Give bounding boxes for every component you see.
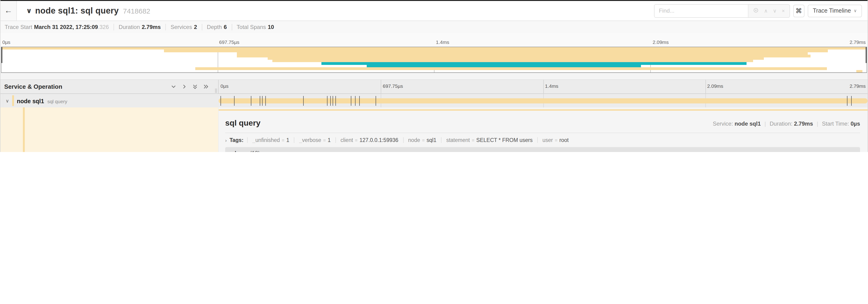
span-tree-cell[interactable]: ∨node sql1sql query xyxy=(0,94,219,107)
trace-info-label: Services xyxy=(170,24,192,30)
span-collapse-icon[interactable]: ∨ xyxy=(6,98,9,103)
tag-key: _unfinished xyxy=(252,137,280,143)
tag-equals: = xyxy=(282,138,284,143)
span-log-tick xyxy=(262,96,262,105)
tag-value: SELECT * FROM users xyxy=(476,137,533,143)
minimap-span-graph[interactable] xyxy=(1,47,867,73)
span-detail-panel: sql queryService: node sql1|Duration: 2.… xyxy=(219,107,868,152)
detail-duration-label: Duration: 2.79ms xyxy=(770,121,813,127)
find-prev-icon[interactable]: ∧ xyxy=(764,8,768,13)
trace-page-header: ← ∨ node sql1: sql query 7418682 ∧ ∨ × ⌘ xyxy=(0,1,868,21)
view-select-button[interactable]: Trace Timeline ∨ xyxy=(808,4,862,17)
tag-key: _verbose xyxy=(299,137,321,143)
tag-key: client xyxy=(341,137,353,143)
trace-info-item: Duration2.79ms xyxy=(114,24,165,30)
service-operation-header: Service & Operation || xyxy=(0,80,219,93)
trace-summary-bar: Trace StartMarch 31 2022, 17:25:09.326Du… xyxy=(0,21,868,33)
span-row[interactable]: ∨node sql1sql query xyxy=(0,94,868,107)
minimap-left-scrubber[interactable] xyxy=(1,47,2,63)
tags-row[interactable]: ›Tags:_unfinished=1_verbose=1client=127.… xyxy=(225,133,860,143)
span-detail-meta: Service: node sql1|Duration: 2.79ms|Star… xyxy=(713,121,860,127)
trace-info-label: Trace Start xyxy=(5,24,32,30)
span-timeline-cell[interactable] xyxy=(219,94,868,107)
trace-info-item: Trace StartMarch 31 2022, 17:25:09.326 xyxy=(5,24,114,30)
tag-equals: = xyxy=(472,138,474,143)
trace-title[interactable]: ∨ node sql1: sql query 7418682 xyxy=(26,6,654,15)
logs-label: Logs xyxy=(235,150,248,152)
minimap-span-bar xyxy=(856,70,862,72)
span-log-tick xyxy=(355,96,355,105)
timeline-column-header: Service & Operation || 0µs697.75µs1.4ms2… xyxy=(0,80,868,94)
search-input[interactable] xyxy=(655,4,748,17)
span-log-tick xyxy=(360,96,360,105)
ruler-tick-label: 2.79ms xyxy=(849,83,866,89)
header-controls: ∧ ∨ × ⌘ Trace Timeline ∨ xyxy=(654,4,868,18)
view-select-label: Trace Timeline xyxy=(813,7,851,14)
span-rows: ∨node sql1sql querysql queryService: nod… xyxy=(0,94,868,152)
find-match-icon[interactable] xyxy=(753,7,759,14)
tag-equals: = xyxy=(323,138,326,143)
minimap-span-bar xyxy=(1,47,867,50)
trace-info-label: Depth xyxy=(207,24,222,30)
minimap-tick-label: 2.09ms xyxy=(653,39,669,45)
trace-info-item: Depth6 xyxy=(202,24,231,30)
tag-key: statement xyxy=(446,137,470,143)
minimap-span-bar xyxy=(237,52,808,55)
ruler-tick-label: 697.75µs xyxy=(383,83,403,89)
find-clear-icon[interactable]: × xyxy=(782,8,785,13)
span-log-tick xyxy=(303,96,303,105)
collapse-all-icon[interactable] xyxy=(192,83,198,90)
tag-value: 1 xyxy=(286,137,289,143)
trace-info-value: 10 xyxy=(268,24,274,30)
span-log-tick xyxy=(234,96,235,105)
timeline-ruler: 0µs697.75µs1.4ms2.09ms2.79ms xyxy=(219,80,868,93)
span-log-tick xyxy=(265,96,266,105)
minimap-tick-label: 1.4ms xyxy=(436,39,449,45)
minimap-tick-labels: 0µs697.75µs1.4ms2.09ms2.79ms xyxy=(0,33,868,47)
expand-all-icon[interactable] xyxy=(203,83,209,90)
tree-controls xyxy=(170,83,209,90)
span-log-tick xyxy=(335,96,336,105)
back-button[interactable]: ← xyxy=(0,1,17,21)
span-log-tick xyxy=(847,96,847,105)
span-detail-accent-cell xyxy=(0,107,219,152)
tag-item: statement=SELECT * FROM users xyxy=(441,137,537,143)
span-service-name: node sql1 xyxy=(17,98,44,104)
minimap-tick-label: 697.75µs xyxy=(219,39,240,45)
span-duration-bar[interactable] xyxy=(219,98,868,103)
span-detail-accent-stripe xyxy=(23,107,25,152)
tag-value: 127.0.0.1:59936 xyxy=(360,137,398,143)
tree-indent-guide xyxy=(3,94,3,107)
service-operation-title: Service & Operation xyxy=(4,83,170,90)
tag-item: _unfinished=1 xyxy=(247,137,294,143)
panel-resize-handle[interactable]: || xyxy=(215,88,217,93)
detail-start-label: Start Time: 0µs xyxy=(822,121,860,127)
trace-info-value: 2.79ms xyxy=(142,24,161,30)
minimap-tick-label: 2.79ms xyxy=(849,39,866,45)
collapse-trace-icon[interactable]: ∨ xyxy=(26,6,32,15)
tag-item: node=sql1 xyxy=(403,137,441,143)
find-next-icon[interactable]: ∨ xyxy=(773,8,777,13)
tag-value: 1 xyxy=(328,137,331,143)
tag-equals: = xyxy=(422,138,425,143)
expand-one-icon[interactable] xyxy=(181,83,187,90)
tag-key: user xyxy=(542,137,553,143)
logs-toggle[interactable]: ›Logs(18) xyxy=(225,147,860,152)
collapse-one-icon[interactable] xyxy=(170,83,177,90)
tag-item: client=127.0.0.1:59936 xyxy=(335,137,403,143)
minimap-right-scrubber[interactable] xyxy=(866,47,867,63)
ruler-gridline xyxy=(706,80,706,93)
jaeger-trace-view: ← ∨ node sql1: sql query 7418682 ∧ ∨ × ⌘ xyxy=(0,0,868,152)
minimap-span-bar xyxy=(268,57,764,60)
meta-divider: | xyxy=(817,121,818,127)
span-log-tick xyxy=(330,96,331,105)
span-log-tick xyxy=(351,96,351,105)
trace-title-text: node sql1: sql query xyxy=(35,6,119,15)
keyboard-shortcuts-button[interactable]: ⌘ xyxy=(793,4,804,17)
ruler-gridline xyxy=(381,80,381,93)
ruler-tick-label: 2.09ms xyxy=(707,83,723,89)
section-gap xyxy=(0,73,868,80)
ruler-gridline xyxy=(543,80,544,93)
find-controls: ∧ ∨ × xyxy=(748,4,789,17)
tag-value: root xyxy=(559,137,569,143)
